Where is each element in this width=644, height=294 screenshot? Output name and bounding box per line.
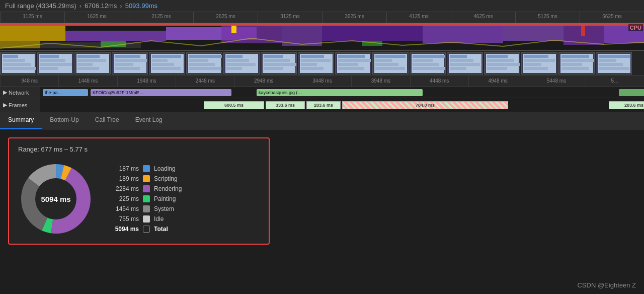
legend-row: 2284 msRendering <box>109 185 182 192</box>
legend-swatch <box>143 205 150 212</box>
screenshot-thumb <box>410 52 446 75</box>
screenshot-thumb <box>335 52 371 75</box>
svg-rect-14 <box>581 26 585 36</box>
ruler-mark2: 948 ms <box>0 76 58 87</box>
screenshot-thumb <box>298 52 334 75</box>
range-label: Range: 677 ms – 5.77 s <box>18 145 260 153</box>
screenshot-thumb <box>261 52 297 75</box>
frames-bar: 333.6 ms <box>266 101 305 109</box>
ruler-mark2: 2448 ms <box>176 76 234 87</box>
ruler-mark2: 4448 ms <box>410 76 468 87</box>
chart-row: 5094 ms 187 msLoading189 msScripting2284… <box>18 161 260 237</box>
legend-label: Painting <box>154 195 176 202</box>
ruler-mark: 3625 ms <box>322 12 386 23</box>
ruler-mark2: 4948 ms <box>468 76 527 87</box>
network-ruler: 948 ms1448 ms1948 ms2448 ms2948 ms3448 m… <box>0 76 644 87</box>
screenshot-thumb <box>74 52 111 75</box>
screenshots-strip <box>0 51 644 76</box>
frames-expand-icon[interactable]: ▶ <box>3 102 7 108</box>
tab-summary[interactable]: Summary <box>0 112 42 129</box>
ruler-mark2: 2948 ms <box>234 76 292 87</box>
ruler-mark: 1125 ms <box>0 12 64 23</box>
legend-row: 187 msLoading <box>109 165 182 172</box>
screenshot-thumb <box>596 52 632 75</box>
network-bar-container: the-pa…KFOlCnqEu92Fr1MmE…kaycebasques.jp… <box>40 87 644 98</box>
ruler-mark: 5625 ms <box>580 12 644 23</box>
frames-bar: 283.6 ms <box>609 101 644 109</box>
ruler-mark: 5125 ms <box>515 12 580 23</box>
range1-link[interactable]: 6706.12ms <box>85 2 117 10</box>
tab-event-log[interactable]: Event Log <box>127 112 171 129</box>
ruler-mark: 4125 ms <box>386 12 451 23</box>
network-expand-icon[interactable]: ▶ <box>3 89 7 96</box>
legend-swatch <box>143 175 150 182</box>
svg-rect-13 <box>231 26 236 33</box>
svg-rect-9 <box>423 26 503 43</box>
screenshot-thumb <box>447 52 483 75</box>
network-bar: KFOlCnqEu92Fr1MmE… <box>91 89 231 96</box>
breadcrumb: Full range (43345.29ms) › 6706.12ms › 50… <box>0 0 644 12</box>
legend-swatch <box>143 195 150 202</box>
frames-bar: 784.0 ms <box>342 101 508 109</box>
legend-swatch <box>143 165 150 172</box>
screenshot-thumb <box>149 52 185 75</box>
ruler-marks-top: 1125 ms1625 ms2125 ms2625 ms3125 ms3625 … <box>0 12 644 23</box>
ruler-mark2: 5… <box>586 76 644 87</box>
tab-call-tree[interactable]: Call Tree <box>87 112 127 129</box>
svg-rect-2 <box>65 31 166 41</box>
svg-rect-10 <box>503 26 564 41</box>
full-range-link[interactable]: Full range (43345.29ms) <box>5 2 76 10</box>
screenshot-thumb <box>37 52 73 75</box>
tab-bottom-up[interactable]: Bottom-Up <box>42 112 87 129</box>
donut-chart: 5094 ms <box>18 161 94 237</box>
ruler-mark2: 1948 ms <box>117 76 176 87</box>
legend: 187 msLoading189 msScripting2284 msRende… <box>109 165 182 233</box>
legend-value: 1454 ms <box>109 205 139 212</box>
svg-rect-8 <box>322 26 423 41</box>
network-bar: the-pa… <box>43 89 88 96</box>
frames-bar-container: 600.5 ms333.6 ms283.6 ms784.0 ms283.6 ms <box>40 98 644 112</box>
legend-label: Scripting <box>154 175 178 182</box>
screenshot-thumb <box>372 52 409 75</box>
legend-value: 225 ms <box>109 195 139 202</box>
legend-value: 755 ms <box>109 215 139 223</box>
screenshot-thumb <box>558 52 595 75</box>
legend-row: 755 msIdle <box>109 215 182 223</box>
legend-swatch <box>143 226 150 233</box>
legend-label: Idle <box>154 215 164 223</box>
credit-text: CSDN @Eighteen Z <box>577 281 636 289</box>
legend-value: 187 ms <box>109 165 139 172</box>
network-bar: kaycebasques.jpg (… <box>257 89 423 96</box>
timeline-ruler-top: 1125 ms1625 ms2125 ms2625 ms3125 ms3625 … <box>0 12 644 23</box>
range2-link[interactable]: 5093.99ms <box>125 2 157 10</box>
ruler-mark2: 1448 ms <box>58 76 117 87</box>
legend-row: 5094 msTotal <box>109 226 182 233</box>
network-row: ▶ Network the-pa…KFOlCnqEu92Fr1MmE…kayce… <box>0 87 644 98</box>
legend-swatch <box>143 215 150 223</box>
legend-value: 5094 ms <box>109 226 139 233</box>
flamegraph-area: CPU <box>0 23 644 51</box>
svg-rect-0 <box>0 23 644 26</box>
legend-row: 1454 msSystem <box>109 205 182 212</box>
frames-bar: 283.6 ms <box>306 101 341 109</box>
legend-label: Rendering <box>154 185 182 192</box>
summary-box: Range: 677 ms – 5.77 s 5094 ms 187 msLoa… <box>8 137 270 245</box>
cpu-label: CPU <box>628 24 643 31</box>
frames-label[interactable]: ▶ Frames <box>0 98 40 112</box>
legend-label: System <box>154 205 174 212</box>
ruler-mark: 2625 ms <box>193 12 258 23</box>
svg-rect-1 <box>0 26 65 41</box>
network-label[interactable]: ▶ Network <box>0 87 40 98</box>
legend-row: 225 msPainting <box>109 195 182 202</box>
frames-row: ▶ Frames 600.5 ms333.6 ms283.6 ms784.0 m… <box>0 98 644 112</box>
ruler-mark: 4625 ms <box>451 12 515 23</box>
ruler-mark2: 5448 ms <box>527 76 585 87</box>
screenshot-thumb <box>223 52 260 75</box>
screenshot-thumb <box>0 52 36 75</box>
ruler-mark2: 3448 ms <box>293 76 351 87</box>
legend-swatch <box>143 185 150 192</box>
tabs-bar: SummaryBottom-UpCall TreeEvent Log <box>0 112 644 129</box>
arrow1: › <box>79 2 82 10</box>
legend-value: 189 ms <box>109 175 139 182</box>
legend-label: Total <box>154 226 168 233</box>
